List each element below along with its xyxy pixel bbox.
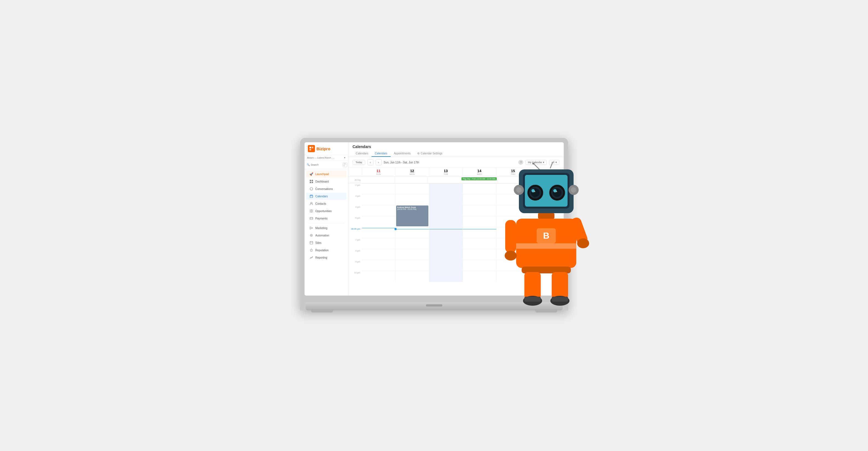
search-bar[interactable]: 🔍 ctrl K +	[305, 161, 348, 169]
time-cell-4-10pm[interactable]	[496, 271, 530, 282]
time-cell-5-6pm[interactable]	[530, 227, 564, 238]
time-cell-1-7pm[interactable]	[396, 238, 429, 249]
time-cell-3-2pm[interactable]	[463, 184, 496, 194]
day-label: WED	[464, 173, 495, 175]
time-cell-3-4pm[interactable]	[463, 205, 496, 216]
my-calendar-label: My Calendar	[528, 161, 542, 164]
tab-settings[interactable]: ⚙ Calendar Settings	[414, 150, 446, 157]
time-label-7pm: 7 pm	[348, 238, 362, 249]
time-cell-0-8pm[interactable]	[362, 249, 396, 260]
time-cell-0-3pm[interactable]	[362, 194, 396, 205]
time-cell-3-6pm[interactable]	[463, 227, 496, 238]
sidebar-item-calendars[interactable]: Calendars	[306, 193, 346, 200]
sidebar-item-label: Reporting	[315, 256, 327, 259]
sidebar-item-opportunities[interactable]: Opportunities	[306, 207, 346, 215]
time-cell-1-3pm[interactable]	[396, 194, 429, 205]
time-cell-3-5pm[interactable]	[463, 216, 496, 227]
all-label: All	[551, 161, 554, 164]
time-cell-4-3pm[interactable]	[496, 194, 530, 205]
time-cell-4-8pm[interactable]	[496, 249, 530, 260]
time-cell-2-10pm[interactable]	[429, 271, 463, 282]
time-cell-5-3pm[interactable]	[530, 194, 564, 205]
time-cell-4-4pm[interactable]	[496, 205, 530, 216]
sidebar-item-reputation[interactable]: Reputation	[306, 247, 346, 254]
sidebar-item-automation[interactable]: Automation	[306, 232, 346, 239]
time-cell-5-7pm[interactable]	[530, 238, 564, 249]
tab-appointments[interactable]: Appointments	[391, 150, 414, 157]
all-button[interactable]: All ▾	[549, 160, 559, 165]
day-label: SUN	[364, 173, 394, 175]
search-input[interactable]	[311, 163, 341, 166]
my-calendar-button[interactable]: My Calendar ▾	[525, 160, 547, 165]
time-cell-5-8pm[interactable]	[530, 249, 564, 260]
time-cell-4-6pm[interactable]	[496, 227, 530, 238]
time-cell-2-7pm[interactable]	[429, 238, 463, 249]
time-cell-2-3pm[interactable]	[429, 194, 463, 205]
time-cell-1-4pm[interactable]: Andrew Walsh Zoom (04:00 PM - 05:00 PM)	[396, 205, 429, 216]
sidebar-item-sites[interactable]: Sites	[306, 239, 346, 246]
svg-point-21	[311, 235, 312, 236]
time-cell-3-7pm[interactable]	[463, 238, 496, 249]
time-label-5pm: 5 pm	[348, 216, 362, 227]
time-cell-5-5pm[interactable]	[530, 216, 564, 227]
time-cell-2-9pm[interactable]	[429, 260, 463, 271]
time-cell-5-9pm[interactable]	[530, 260, 564, 271]
time-cell-3-9pm[interactable]	[463, 260, 496, 271]
time-cell-2-5pm[interactable]	[429, 216, 463, 227]
svg-rect-5	[310, 182, 311, 183]
all-day-event[interactable]: Flag Day - Free (12:00 AM - 12:00 AM)	[462, 177, 497, 180]
time-cell-2-2pm[interactable]	[429, 184, 463, 194]
page-title: Calendars	[353, 144, 559, 149]
sidebar-item-contacts[interactable]: Contacts	[306, 200, 346, 207]
time-cell-1-6pm[interactable]	[396, 227, 429, 238]
svg-point-7	[310, 188, 313, 190]
time-cell-0-5pm[interactable]	[362, 216, 396, 227]
time-cell-2-4pm[interactable]	[429, 205, 463, 216]
svg-rect-17	[310, 217, 313, 220]
time-cell-2-8pm[interactable]	[429, 249, 463, 260]
time-cell-5-10pm[interactable]	[530, 271, 564, 282]
calendar-event[interactable]: Andrew Walsh Zoom (04:00 PM - 05:00 PM)	[396, 205, 428, 226]
time-cell-5-4pm[interactable]	[530, 205, 564, 216]
time-cell-4-5pm[interactable]	[496, 216, 530, 227]
time-cell-4-2pm[interactable]	[496, 184, 530, 194]
time-cell-0-4pm[interactable]	[362, 205, 396, 216]
time-cell-4-9pm[interactable]	[496, 260, 530, 271]
laptop-foot-right	[535, 309, 557, 312]
tab-calendars-view[interactable]: Calendars	[372, 150, 391, 157]
account-selector[interactable]: Bizipro — Ladera Ranch , ... ▾	[305, 155, 348, 161]
all-day-row: All Day Flag Day - Free (12:00 AM - 12:0…	[348, 177, 564, 184]
sidebar-item-label: Conversations	[315, 188, 333, 191]
day-number: 15	[511, 169, 515, 173]
time-cell-1-9pm[interactable]	[396, 260, 429, 271]
sidebar-item-dashboard[interactable]: Dashboard	[306, 178, 346, 185]
time-cell-0-2pm[interactable]	[362, 184, 396, 194]
next-button[interactable]: ›	[376, 159, 382, 165]
time-cell-1-2pm[interactable]	[396, 184, 429, 194]
tab-calendars[interactable]: Calendars	[353, 150, 372, 157]
time-cell-4-7pm[interactable]	[496, 238, 530, 249]
time-cell-3-3pm[interactable]	[463, 194, 496, 205]
reporting-icon	[309, 256, 313, 259]
day-header-4: 15 THU	[496, 168, 530, 176]
date-range: Sun, Jun 11th - Sat, Jun 17th	[384, 161, 517, 164]
time-cell-5-2pm[interactable]	[530, 184, 564, 194]
sidebar-item-conversations[interactable]: Conversations	[306, 185, 346, 192]
sidebar-item-marketing[interactable]: Marketing	[306, 224, 346, 231]
time-cell-0-9pm[interactable]	[362, 260, 396, 271]
time-cell-3-10pm[interactable]	[463, 271, 496, 282]
time-cell-0-10pm[interactable]	[362, 271, 396, 282]
time-cell-1-8pm[interactable]	[396, 249, 429, 260]
time-cell-0-7pm[interactable]	[362, 238, 396, 249]
time-cell-1-10pm[interactable]	[396, 271, 429, 282]
today-button[interactable]: Today	[353, 160, 365, 165]
sidebar-item-reporting[interactable]: Reporting	[306, 254, 346, 261]
prev-button[interactable]: ‹	[367, 159, 373, 165]
sidebar-item-payments[interactable]: Payments	[306, 215, 346, 222]
help-button[interactable]: ?	[518, 160, 523, 165]
day-number: 12	[410, 169, 414, 173]
time-cell-3-8pm[interactable]	[463, 249, 496, 260]
time-cell-2-6pm[interactable]	[429, 227, 463, 238]
sidebar-item-launchpad[interactable]: 🚀 Launchpad	[306, 170, 346, 178]
time-cell-0-6pm[interactable]	[362, 227, 396, 238]
